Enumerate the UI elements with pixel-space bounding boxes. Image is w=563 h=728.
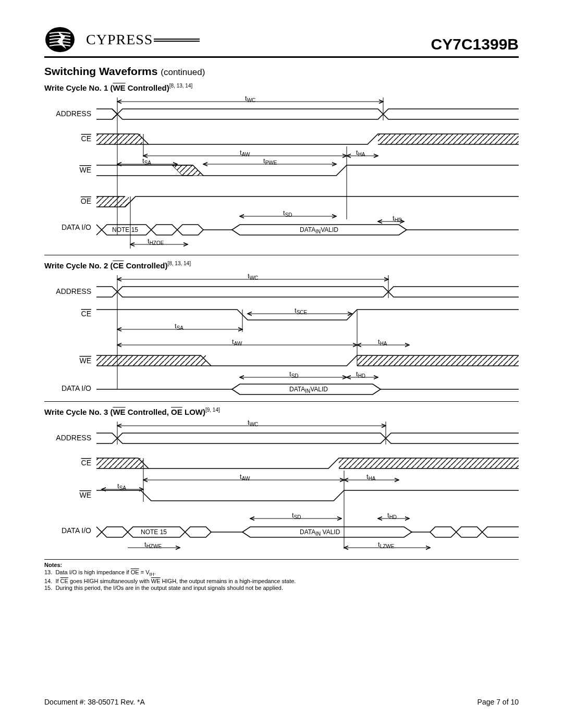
svg-text:tHZOE: tHZOE bbox=[148, 237, 164, 246]
svg-text:tSA: tSA bbox=[117, 482, 126, 491]
svg-text:DATAINVALID: DATAINVALID bbox=[300, 226, 338, 235]
svg-text:tWC: tWC bbox=[248, 272, 258, 281]
svg-text:DATAINVALID: DATAINVALID bbox=[289, 386, 328, 394]
page-header: CYPRESS CY7C1399B bbox=[44, 26, 519, 58]
diagram3-title: Write Cycle No. 3 (WE Controlled, OE LOW… bbox=[44, 407, 519, 416]
svg-text:CE: CE bbox=[81, 310, 91, 318]
svg-text:tHA: tHA bbox=[366, 473, 376, 482]
brand-text: CYPRESS bbox=[86, 31, 200, 48]
svg-text:ADDRESS: ADDRESS bbox=[56, 109, 91, 118]
svg-rect-47 bbox=[96, 355, 206, 366]
svg-text:CE: CE bbox=[81, 459, 91, 467]
svg-text:ADDRESS: ADDRESS bbox=[56, 287, 91, 295]
diagram3: ADDRESS CE WE DATA I/O NOTE 15 DATAIN VA… bbox=[44, 418, 519, 554]
svg-text:tAW: tAW bbox=[240, 149, 250, 157]
svg-rect-48 bbox=[357, 355, 519, 366]
diagram2: ADDRESS CE WE DATA I/O DATAINVALID tWC t… bbox=[44, 272, 519, 397]
svg-text:WE: WE bbox=[79, 491, 91, 499]
note-14: 14. If CE goes HIGH simultaneously with … bbox=[44, 578, 519, 585]
separator bbox=[44, 401, 519, 402]
svg-text:ADDRESS: ADDRESS bbox=[56, 434, 91, 442]
page-footer: Document #: 38-05071 Rev. *A Page 7 of 1… bbox=[44, 698, 519, 706]
note-15: 15. During this period, the I/Os are in … bbox=[44, 585, 519, 592]
svg-text:OE: OE bbox=[81, 197, 91, 205]
svg-text:tHA: tHA bbox=[356, 149, 365, 157]
svg-rect-76 bbox=[96, 458, 143, 468]
separator bbox=[44, 255, 519, 255]
svg-rect-10 bbox=[378, 134, 519, 144]
note-13: 13. Data I/O is high impedance if OE = V… bbox=[44, 569, 519, 578]
svg-text:tHD: tHD bbox=[387, 511, 397, 520]
svg-text:DATA I/O: DATA I/O bbox=[62, 223, 91, 231]
svg-text:tSD: tSD bbox=[289, 370, 299, 379]
svg-text:tPWE: tPWE bbox=[263, 157, 277, 166]
svg-rect-77 bbox=[339, 458, 519, 468]
part-number: CY7C1399B bbox=[431, 35, 519, 53]
svg-text:tAW: tAW bbox=[232, 338, 242, 347]
header-lines-icon bbox=[154, 39, 200, 42]
svg-rect-14 bbox=[96, 196, 129, 207]
svg-text:DATA I/O: DATA I/O bbox=[62, 384, 91, 392]
svg-text:DATA I/O: DATA I/O bbox=[62, 526, 91, 535]
cypress-logo-icon bbox=[44, 26, 82, 53]
diagram1: ADDRESS CE WE OE DATA I/O NOTE 15 DA bbox=[44, 94, 519, 251]
doc-number: Document #: 38-05071 Rev. *A bbox=[44, 698, 145, 706]
svg-text:NOTE 15: NOTE 15 bbox=[112, 226, 138, 233]
svg-rect-9 bbox=[96, 134, 142, 144]
svg-text:tSA: tSA bbox=[175, 322, 183, 331]
svg-text:CE: CE bbox=[81, 134, 91, 143]
svg-text:tHZWE: tHZWE bbox=[144, 540, 162, 549]
svg-text:tHD: tHD bbox=[356, 370, 365, 379]
section-title: Switching Waveforms (continued) bbox=[44, 65, 519, 78]
diagram1-title: Write Cycle No. 1 (WE Controlled)[8, 13,… bbox=[44, 83, 519, 92]
svg-text:tLZWE: tLZWE bbox=[378, 540, 395, 549]
svg-text:tHA: tHA bbox=[378, 338, 387, 347]
svg-text:tWC: tWC bbox=[245, 94, 255, 103]
svg-text:tAW: tAW bbox=[240, 473, 250, 482]
notes: Notes: 13. Data I/O is high impedance if… bbox=[44, 559, 519, 592]
diagram2-title: Write Cycle No. 2 (CE Controlled)[8, 13,… bbox=[44, 261, 519, 270]
svg-text:WE: WE bbox=[79, 356, 91, 365]
page-number: Page 7 of 10 bbox=[478, 698, 519, 706]
svg-text:tSD: tSD bbox=[292, 511, 301, 520]
svg-text:tWC: tWC bbox=[248, 418, 258, 427]
svg-text:tHD: tHD bbox=[393, 214, 402, 223]
svg-text:tSD: tSD bbox=[283, 209, 292, 218]
svg-text:tSA: tSA bbox=[142, 157, 151, 166]
svg-text:DATAIN VALID: DATAIN VALID bbox=[300, 528, 340, 537]
svg-text:tSCE: tSCE bbox=[295, 306, 308, 315]
logo-block: CYPRESS bbox=[44, 26, 200, 53]
svg-text:NOTE 15: NOTE 15 bbox=[141, 528, 167, 536]
svg-text:WE: WE bbox=[79, 166, 91, 174]
